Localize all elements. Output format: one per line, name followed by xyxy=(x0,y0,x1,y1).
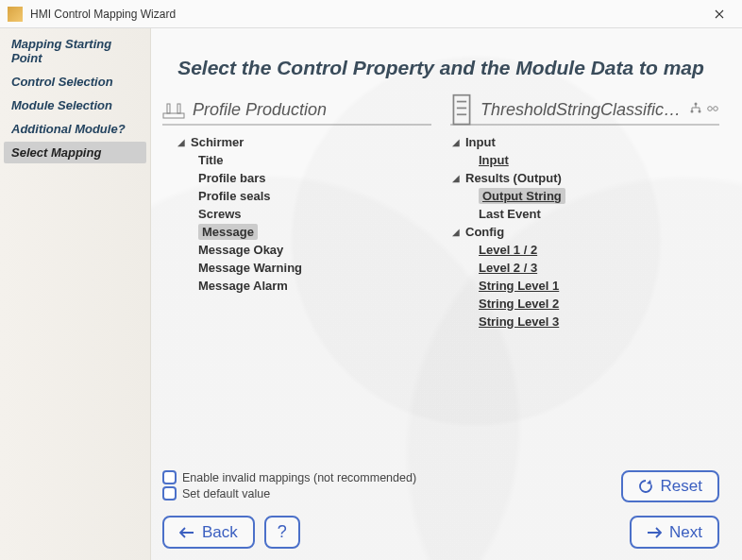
tree-leaf-output-string[interactable]: Output String xyxy=(475,187,719,205)
module-icon xyxy=(450,102,473,119)
tree-leaf-string-level-3[interactable]: String Level 3 xyxy=(475,313,719,331)
tree-node-label: Results (Output) xyxy=(465,171,562,185)
tree-leaf-message[interactable]: Message xyxy=(194,223,431,241)
next-label: Next xyxy=(669,523,702,542)
back-label: Back xyxy=(202,523,238,542)
profile-icon xyxy=(162,102,185,119)
options-group: Enable invalid mappings (not recommended… xyxy=(162,468,416,502)
svg-rect-3 xyxy=(453,95,469,125)
tree-leaf-message-warning[interactable]: Message Warning xyxy=(194,259,431,277)
module-data-panel: ThresholdStringClassificat… ◢ Input Inpu… xyxy=(450,100,719,331)
tree-node-results[interactable]: ◢ Results (Output) xyxy=(450,169,719,187)
step-mapping-starting-point[interactable]: Mapping Starting Point xyxy=(4,33,146,69)
tree-node-schirmer[interactable]: ◢ Schirmer xyxy=(176,133,431,151)
tree-leaf-title[interactable]: Title xyxy=(194,151,431,169)
tree-leaf-level-2-3[interactable]: Level 2 / 3 xyxy=(475,259,719,277)
tree-leaf-string-level-1[interactable]: String Level 1 xyxy=(475,277,719,295)
tree-node-label: Schirmer xyxy=(191,135,244,149)
chevron-down-icon: ◢ xyxy=(450,137,462,147)
tree-leaf-string-level-2[interactable]: String Level 2 xyxy=(475,295,719,313)
help-button[interactable]: ? xyxy=(264,516,300,549)
link-icon[interactable] xyxy=(706,102,719,119)
tree-node-label: Input xyxy=(465,135,496,149)
arrow-left-icon xyxy=(179,525,194,540)
checkbox-enable-invalid-mappings[interactable] xyxy=(162,470,177,484)
control-property-title: Profile Production xyxy=(193,100,431,120)
hierarchy-icon[interactable] xyxy=(689,102,702,119)
svg-point-11 xyxy=(714,106,718,110)
tree-leaf-message-alarm[interactable]: Message Alarm xyxy=(194,277,431,295)
module-data-tree: ◢ Input Input ◢ Results (Output) Output … xyxy=(450,133,719,331)
step-control-selection[interactable]: Control Selection xyxy=(4,71,146,93)
chevron-down-icon: ◢ xyxy=(450,227,462,237)
close-button[interactable] xyxy=(700,1,738,27)
tree-node-label: Config xyxy=(465,225,504,239)
arrow-right-icon xyxy=(647,525,662,540)
chevron-down-icon: ◢ xyxy=(176,137,187,147)
tree-leaf-level-1-2[interactable]: Level 1 / 2 xyxy=(475,241,719,259)
tree-leaf-last-event[interactable]: Last Event xyxy=(475,205,719,223)
tree-leaf-input[interactable]: Input xyxy=(475,151,719,169)
wizard-steps-sidebar: Mapping Starting Point Control Selection… xyxy=(0,28,151,560)
label-enable-invalid-mappings: Enable invalid mappings (not recommended… xyxy=(182,471,416,484)
window-title: HMI Control Mapping Wizard xyxy=(30,8,700,21)
tree-leaf-profile-bars[interactable]: Profile bars xyxy=(194,169,431,187)
tree-leaf-message-okay[interactable]: Message Okay xyxy=(194,241,431,259)
tree-node-input[interactable]: ◢ Input xyxy=(450,133,719,151)
close-icon xyxy=(715,9,724,19)
step-select-mapping[interactable]: Select Mapping xyxy=(4,142,146,163)
tree-node-config[interactable]: ◢ Config xyxy=(450,223,719,241)
page-title: Select the Control Property and the Modu… xyxy=(162,57,719,79)
next-button[interactable]: Next xyxy=(630,516,719,549)
app-icon xyxy=(8,7,23,22)
svg-rect-2 xyxy=(177,104,180,113)
module-data-title: ThresholdStringClassificat… xyxy=(481,100,682,120)
reset-label: Reset xyxy=(661,477,702,496)
svg-rect-0 xyxy=(163,113,184,118)
back-button[interactable]: Back xyxy=(162,516,255,549)
control-property-panel: Profile Production ◢ Schirmer Title Prof… xyxy=(162,100,431,331)
svg-rect-1 xyxy=(167,104,170,113)
content-area: Select the Control Property and the Modu… xyxy=(151,28,742,560)
reset-icon xyxy=(638,479,653,494)
control-property-tree: ◢ Schirmer Title Profile bars Profile se… xyxy=(162,133,431,295)
tree-leaf-profile-seals[interactable]: Profile seals xyxy=(194,187,431,205)
titlebar: HMI Control Mapping Wizard xyxy=(0,0,742,28)
label-set-default-value: Set default value xyxy=(182,487,270,501)
step-additional-module[interactable]: Additional Module? xyxy=(4,118,146,140)
help-label: ? xyxy=(278,522,287,542)
reset-button[interactable]: Reset xyxy=(621,470,719,502)
step-module-selection[interactable]: Module Selection xyxy=(4,94,146,116)
chevron-down-icon: ◢ xyxy=(450,173,462,183)
checkbox-set-default-value[interactable] xyxy=(162,486,177,501)
tree-leaf-screws[interactable]: Screws xyxy=(194,205,431,223)
svg-point-10 xyxy=(708,106,713,110)
